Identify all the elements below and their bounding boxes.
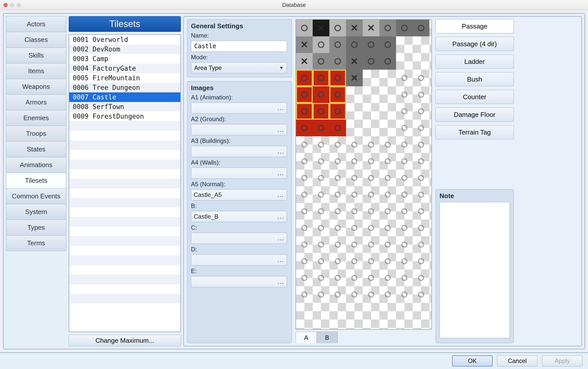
passage-mark[interactable] [363,220,379,236]
passage-mark[interactable] [413,286,429,303]
image-slot-picker[interactable]: ... [191,102,287,114]
tab-a[interactable]: A [296,332,317,343]
category-actors[interactable]: Actors [6,16,66,32]
passage-mark[interactable] [413,70,429,86]
passage-mark[interactable] [363,270,379,286]
category-enemies[interactable]: Enemies [6,110,66,126]
passage-mark[interactable] [313,170,329,186]
passage-mark[interactable] [346,170,363,186]
passage-mark[interactable] [379,186,396,203]
category-states[interactable]: States [6,141,66,157]
passage-mark[interactable] [329,153,346,170]
list-item[interactable]: 0005 FireMountain [69,73,180,83]
passage-mark[interactable] [329,136,346,153]
passage-mark[interactable] [329,203,346,220]
category-types[interactable]: Types [6,220,66,235]
passage-mark[interactable] [329,170,346,186]
category-troops[interactable]: Troops [6,126,66,141]
passage-mark[interactable] [313,286,329,303]
passage-mark[interactable] [296,203,313,220]
list-item[interactable] [69,140,180,150]
list-item[interactable]: 0003 Camp [69,54,180,64]
damage-floor-button[interactable]: Damage Floor [435,108,514,122]
passage-mark[interactable] [296,236,313,253]
passage-mark[interactable] [363,286,379,303]
image-slot-picker[interactable]: ... [191,254,287,266]
passage-mark[interactable] [363,253,379,270]
image-slot-picker[interactable]: ... [191,276,287,287]
passage-mark[interactable] [396,286,413,303]
passage-mark[interactable] [346,286,363,303]
passage-mark[interactable] [296,286,313,303]
passage-mark[interactable] [379,286,396,303]
list-item[interactable] [69,198,180,207]
passage-mark[interactable] [396,153,413,170]
passage-mark[interactable] [363,186,379,203]
passage-mark[interactable] [296,270,313,286]
category-skills[interactable]: Skills [6,47,66,63]
passage-mark[interactable] [413,103,429,120]
passage-mark[interactable] [396,103,413,120]
list-item[interactable] [69,265,180,275]
list-item[interactable] [69,294,180,303]
list-item[interactable] [69,246,180,255]
passage-mark[interactable] [329,253,346,270]
passage-mark[interactable] [396,186,413,203]
passage-mark[interactable] [346,253,363,270]
passage-mark[interactable] [396,236,413,253]
image-slot-picker[interactable]: ... [191,146,287,157]
passage-mark[interactable] [379,203,396,220]
list-item[interactable]: 0004 FactoryGate [69,64,180,73]
list-item[interactable] [69,207,180,217]
list-item[interactable]: 0006 Tree Dungeon [69,83,180,92]
passage-mark[interactable] [379,236,396,253]
ladder-button[interactable]: Ladder [435,55,514,69]
passage-button[interactable]: Passage [435,19,514,33]
passage-mark[interactable] [396,86,413,103]
ok-button[interactable]: OK [452,355,493,366]
mode-dropdown[interactable]: Area Type ▼ [191,62,287,73]
passage-mark[interactable] [296,170,313,186]
passage-mark[interactable] [346,136,363,153]
change-maximum-button[interactable]: Change Maximum... [69,335,181,346]
passage-mark[interactable] [346,203,363,220]
category-common-events[interactable]: Common Events [6,188,66,204]
list-item[interactable] [69,121,180,131]
close-icon[interactable] [4,3,8,7]
passage-mark[interactable] [413,236,429,253]
name-input[interactable] [191,41,287,52]
passage-mark[interactable] [413,253,429,270]
passage-mark[interactable] [296,220,313,236]
list-item[interactable] [69,179,180,188]
passage-mark[interactable] [413,203,429,220]
passage-mark[interactable] [313,153,329,170]
category-armors[interactable]: Armors [6,94,66,110]
passage-mark[interactable] [329,270,346,286]
list-item[interactable]: 0008 SerfTown [69,102,180,112]
passage-mark[interactable] [346,270,363,286]
list-item[interactable] [69,255,180,265]
passage-mark[interactable] [413,153,429,170]
list-item[interactable] [69,131,180,140]
passage-mark[interactable] [379,220,396,236]
passage-mark[interactable] [363,236,379,253]
passage-mark[interactable] [296,153,313,170]
passage-mark[interactable] [363,170,379,186]
note-textarea[interactable] [439,202,510,338]
tab-b[interactable]: B [316,332,338,343]
list-item[interactable] [69,188,180,198]
tile-preview[interactable]: ✕✕✕✕✕✕✕ [296,19,432,330]
list-item[interactable] [69,227,180,236]
passage-mark[interactable] [396,170,413,186]
passage-mark[interactable] [363,136,379,153]
category-items[interactable]: Items [6,63,66,79]
list-item[interactable] [69,217,180,227]
passage-mark[interactable] [329,236,346,253]
passage-mark[interactable] [413,86,429,103]
passage-mark[interactable] [379,153,396,170]
passage-mark[interactable] [396,270,413,286]
image-slot-picker[interactable]: ... [191,233,287,244]
list-item[interactable] [69,160,180,169]
category-classes[interactable]: Classes [6,32,66,47]
image-slot-picker[interactable]: Castle_A5... [191,189,287,200]
